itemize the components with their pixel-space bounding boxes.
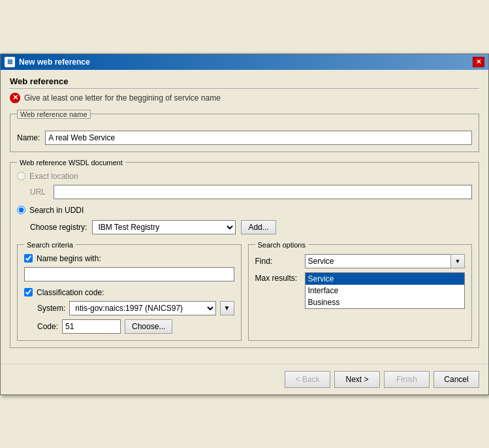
exact-location-radio[interactable] (17, 172, 25, 180)
add-button[interactable]: Add... (241, 220, 276, 234)
exact-location-label: Exact location (29, 172, 78, 181)
url-row: URL (30, 185, 472, 199)
cancel-button[interactable]: Cancel (434, 371, 479, 388)
system-select[interactable]: ntis-gov:naics:1997 (NAICS97) (69, 301, 215, 315)
search-criteria-fieldset: Search criteria Name begins with: Classi… (17, 241, 242, 341)
titlebar-left: ⊞ New web reference (5, 57, 90, 67)
back-button[interactable]: < Back (285, 371, 330, 388)
max-results-row: Max results: Service Interface Business (255, 272, 465, 309)
titlebar: ⊞ New web reference ✕ (1, 54, 488, 70)
choose-button[interactable]: Choose... (125, 319, 172, 334)
wsdl-legend: Web reference WSDL document (17, 159, 125, 167)
system-row: System: ntis-gov:naics:1997 (NAICS97) ▼ (37, 301, 234, 315)
wsdl-fieldset: Web reference WSDL document Exact locati… (10, 159, 479, 348)
search-uddi-radio[interactable] (17, 206, 25, 214)
name-input[interactable] (45, 131, 472, 145)
window-icon: ⊞ (5, 57, 15, 67)
list-item-service[interactable]: Service (306, 273, 465, 285)
name-label: Name: (17, 133, 40, 142)
exact-location-row: Exact location (17, 172, 472, 181)
registry-row: Choose registry: IBM Test Registry Add..… (30, 220, 472, 234)
code-input[interactable] (62, 319, 121, 334)
bottom-bar: < Back Next > Finish Cancel (1, 364, 488, 394)
search-uddi-label: Search in UDDI (29, 206, 84, 215)
next-button[interactable]: Next > (334, 371, 380, 388)
name-begins-checkbox[interactable] (24, 254, 33, 263)
finish-button[interactable]: Finish (384, 371, 430, 388)
system-arrow[interactable]: ▼ (220, 301, 234, 315)
list-item-business[interactable]: Business (306, 296, 465, 308)
registry-label: Choose registry: (30, 223, 87, 232)
search-options-legend: Search options (255, 241, 308, 249)
search-criteria-legend: Search criteria (24, 241, 76, 249)
name-legend: Web reference name (17, 110, 91, 119)
url-input[interactable] (54, 185, 472, 199)
dialog-title: Web reference (10, 76, 479, 89)
code-label: Code: (37, 322, 58, 331)
name-begins-input[interactable] (24, 267, 234, 281)
max-results-label: Max results: (255, 272, 301, 283)
error-message: Give at least one letter for the beggini… (24, 93, 221, 103)
url-label: URL (30, 187, 50, 197)
name-begins-label: Name begins with: (37, 254, 101, 263)
window-title: New web reference (19, 57, 90, 67)
system-label: System: (37, 304, 65, 313)
error-icon: ✕ (10, 93, 20, 103)
search-uddi-row: Search in UDDI (17, 206, 472, 215)
registry-select[interactable]: IBM Test Registry (92, 220, 236, 234)
list-item-interface[interactable]: Interface (306, 285, 465, 296)
search-options-fieldset: Search options Find: Service ▼ Max resul… (248, 241, 473, 341)
close-button[interactable]: ✕ (473, 57, 484, 67)
find-label: Find: (255, 257, 301, 266)
dialog-content: Web reference ✕ Give at least one letter… (1, 70, 488, 364)
find-row: Find: Service ▼ (255, 254, 465, 268)
name-begins-row: Name begins with: (24, 254, 234, 263)
name-fieldset: Web reference name Name: (10, 110, 479, 152)
criteria-options-row: Search criteria Name begins with: Classi… (17, 241, 472, 341)
name-row: Name: (17, 131, 472, 145)
error-row: ✕ Give at least one letter for the beggi… (10, 93, 479, 103)
find-select-wrapper: Service ▼ (305, 254, 465, 268)
find-value-display: Service (305, 254, 465, 268)
code-row: Code: Choose... (37, 319, 234, 334)
classification-row: Classification code: (24, 288, 234, 297)
main-window: ⊞ New web reference ✕ Web reference ✕ Gi… (0, 54, 489, 395)
find-dropdown-btn[interactable]: ▼ (450, 254, 465, 268)
dropdown-list: Service Interface Business (305, 272, 465, 309)
classification-checkbox[interactable] (24, 288, 33, 296)
classification-label: Classification code: (37, 288, 104, 297)
